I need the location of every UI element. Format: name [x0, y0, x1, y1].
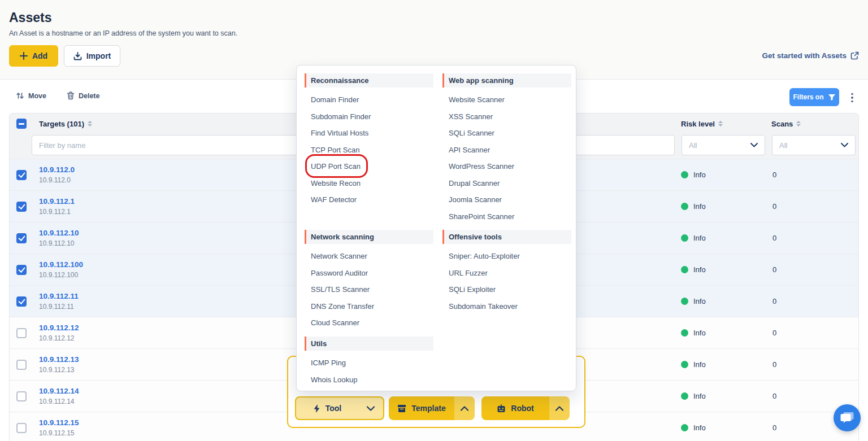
target-link[interactable]: 10.9.112.11 [39, 292, 79, 300]
menu-item[interactable]: URL Fuzzer [442, 265, 571, 282]
row-checkbox[interactable] [16, 328, 27, 338]
menu-item[interactable]: Sniper: Auto-Exploiter [442, 248, 571, 265]
menu-item-label: Whois Lookup [311, 375, 357, 384]
row-checkbox[interactable] [16, 423, 27, 433]
menu-item-label: Website Recon [311, 179, 361, 187]
sort-icon [796, 121, 801, 126]
risk-badge: Info [681, 392, 706, 400]
menu-item[interactable]: SSL/TLS Scanner [305, 281, 433, 298]
target-link[interactable]: 10.9.112.13 [39, 355, 79, 364]
menu-item[interactable]: Find Virtual Hosts [305, 125, 433, 142]
scans-count: 0 [772, 423, 776, 432]
risk-dot-icon [681, 392, 688, 400]
target-name-block: 10.9.112.11 10.9.112.11 [39, 292, 79, 311]
menu-section-header: Network scanning [305, 230, 433, 244]
target-name-block: 10.9.112.10 10.9.112.10 [39, 229, 79, 247]
import-button[interactable]: Import [64, 45, 120, 67]
template-button[interactable]: Template [389, 396, 475, 420]
menu-item[interactable]: SQLi Scanner [442, 125, 571, 142]
menu-item[interactable]: Cloud Scanner [305, 315, 433, 331]
row-checkbox[interactable] [16, 265, 27, 275]
risk-label: Info [693, 297, 706, 305]
risk-badge: Info [681, 202, 706, 211]
target-link[interactable]: 10.9.112.10 [39, 229, 79, 237]
target-name-block: 10.9.112.14 10.9.112.14 [39, 387, 79, 405]
row-checkbox[interactable] [16, 233, 27, 243]
tool-button-label: Tool [326, 404, 342, 413]
scans-filter-select[interactable]: All [772, 135, 856, 155]
scans-count: 0 [772, 171, 776, 179]
tool-button[interactable]: Tool [295, 396, 384, 420]
targets-column-header[interactable]: Targets (101) [39, 120, 92, 128]
filters-button[interactable]: Filters on [789, 88, 839, 106]
menu-section-header: Offensive tools [442, 230, 571, 244]
menu-item[interactable]: ICMP Ping [305, 355, 433, 372]
menu-item[interactable]: XSS Scanner [442, 108, 571, 125]
menu-item-label: Network Scanner [311, 252, 367, 260]
select-all-checkbox[interactable] [16, 119, 27, 129]
menu-item-label: Domain Finder [311, 95, 359, 104]
menu-item-label: WordPress Scanner [449, 162, 514, 171]
move-arrows-icon [16, 91, 24, 100]
menu-item[interactable]: Network Scanner [305, 248, 433, 265]
scans-column-header[interactable]: Scans [771, 120, 801, 128]
target-subtitle: 10.9.112.13 [39, 366, 79, 374]
menu-item[interactable]: WordPress Scanner [442, 158, 571, 175]
menu-item[interactable]: API Scanner [442, 142, 571, 159]
chat-widget-button[interactable] [834, 404, 861, 431]
target-link[interactable]: 10.9.112.12 [39, 324, 79, 332]
menu-item-label: ICMP Ping [311, 359, 346, 367]
menu-item[interactable]: SQLi Exploiter [442, 281, 571, 298]
add-button[interactable]: Add [9, 45, 58, 67]
row-checkbox[interactable] [16, 391, 27, 401]
target-link[interactable]: 10.9.112.1 [39, 197, 75, 206]
import-icon [73, 52, 82, 60]
row-checkbox[interactable] [16, 170, 27, 180]
menu-item-label: Find Virtual Hosts [311, 129, 368, 137]
target-link[interactable]: 10.9.112.14 [39, 387, 79, 395]
menu-item[interactable]: DNS Zone Transfer [305, 298, 433, 315]
menu-item[interactable]: Website Scanner [442, 91, 571, 108]
filters-label: Filters on [793, 93, 823, 101]
risk-level-column-header[interactable]: Risk level [681, 120, 723, 128]
kebab-menu-button[interactable] [848, 90, 857, 105]
risk-badge: Info [681, 297, 706, 305]
risk-badge: Info [681, 234, 706, 242]
menu-item[interactable]: Joomla Scanner [442, 191, 571, 208]
robot-button[interactable]: Robot [481, 396, 570, 420]
target-link[interactable]: 10.9.112.100 [39, 260, 83, 269]
menu-item[interactable]: Subdomain Takeover [442, 298, 571, 315]
risk-dot-icon [681, 298, 688, 305]
menu-item[interactable]: Whois Lookup [305, 372, 433, 388]
scans-count: 0 [772, 297, 776, 305]
risk-level-filter-select[interactable]: All [682, 135, 765, 155]
menu-item[interactable]: Subdomain Finder [305, 108, 433, 125]
tool-menu-column: Web app scanningWebsite ScannerXSS Scann… [442, 73, 571, 391]
robot-button-label: Robot [511, 404, 533, 413]
menu-item[interactable]: Password Auditor [305, 265, 433, 282]
target-link[interactable]: 10.9.112.0 [39, 165, 75, 174]
menu-item[interactable]: SharePoint Scanner [442, 208, 571, 225]
move-button[interactable]: Move [16, 91, 46, 100]
sort-icon [88, 121, 92, 126]
menu-item[interactable]: Drupal Scanner [442, 175, 571, 192]
row-checkbox[interactable] [16, 202, 27, 212]
risk-badge: Info [681, 329, 706, 337]
menu-item-label: SQLi Scanner [449, 129, 494, 137]
risk-dot-icon [681, 234, 688, 242]
target-name-block: 10.9.112.0 10.9.112.0 [39, 165, 75, 184]
delete-button[interactable]: Delete [67, 91, 100, 100]
risk-label: Info [693, 392, 706, 400]
menu-item-label: SQLi Exploiter [449, 285, 496, 294]
target-link[interactable]: 10.9.112.15 [39, 418, 79, 427]
row-checkbox[interactable] [16, 360, 27, 370]
funnel-icon [828, 94, 836, 101]
menu-item[interactable]: Domain Finder [305, 91, 433, 108]
risk-dot-icon [681, 361, 688, 368]
menu-item[interactable]: WAF Detector [305, 191, 433, 208]
get-started-link[interactable]: Get started with Assets [762, 51, 859, 60]
risk-filter-value: All [689, 141, 697, 150]
menu-item-label: XSS Scanner [449, 112, 493, 121]
row-checkbox[interactable] [16, 296, 27, 307]
menu-item[interactable]: UDP Port Scan [305, 158, 433, 175]
